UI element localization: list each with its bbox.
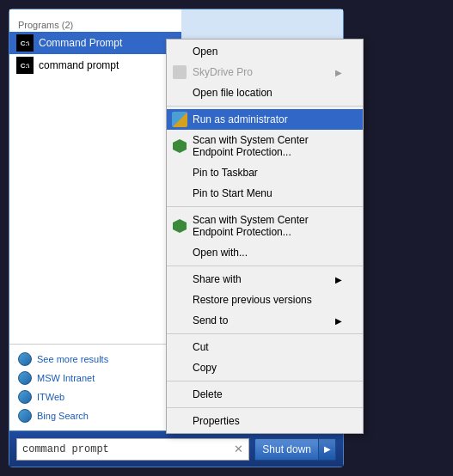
program-item-1[interactable]: C:\ command prompt — [9, 54, 181, 76]
ctx-send-to[interactable]: Send to ▶ — [167, 310, 363, 331]
search-clear-button[interactable]: ✕ — [234, 442, 243, 455]
ctx-open-with[interactable]: Open with... — [167, 242, 363, 263]
link-label-0: See more results — [37, 354, 108, 364]
program-item-0[interactable]: C:\ Command Prompt — [9, 32, 181, 54]
ctx-open-location[interactable]: Open file location — [167, 82, 363, 103]
globe-icon-2 — [18, 390, 32, 404]
link-see-more[interactable]: See more results — [18, 350, 173, 369]
ctx-pin-start-label: Pin to Start Menu — [193, 187, 272, 199]
program-label-0: Command Prompt — [39, 37, 122, 49]
ctx-pin-taskbar[interactable]: Pin to Taskbar — [167, 162, 363, 183]
ctx-send-to-label: Send to — [193, 314, 228, 326]
ctx-copy-label: Copy — [193, 362, 217, 374]
ctx-scan-1-label: Scan with System Center Endpoint Protect… — [193, 134, 342, 158]
ctx-sep-3 — [167, 265, 363, 266]
program-label-1: command prompt — [39, 59, 119, 71]
green-shield-icon-1 — [170, 137, 189, 155]
ctx-scan-2-label: Scan with System Center Endpoint Protect… — [193, 214, 342, 238]
shutdown-label: Shut down — [255, 443, 318, 455]
ctx-delete-label: Delete — [193, 388, 223, 400]
ctx-run-admin[interactable]: Run as administrator — [167, 109, 363, 130]
shutdown-arrow-button[interactable]: ▶ — [318, 438, 335, 461]
ctx-copy[interactable]: Copy — [167, 357, 363, 378]
start-bottom: ✕ Shut down ▶ — [9, 430, 343, 467]
globe-icon-1 — [18, 371, 32, 385]
ctx-properties-label: Properties — [193, 415, 240, 427]
link-msw[interactable]: MSW Intranet — [18, 369, 173, 388]
ctx-cut-label: Cut — [193, 341, 209, 353]
links-section: See more results MSW Intranet ITWeb Bing… — [9, 344, 181, 430]
search-input[interactable] — [22, 443, 234, 455]
share-with-arrow-icon: ▶ — [335, 275, 342, 284]
ctx-scan-2[interactable]: Scan with System Center Endpoint Protect… — [167, 210, 363, 242]
search-box: ✕ — [16, 438, 249, 461]
left-panel: Programs (2) C:\ Command Prompt C:\ comm… — [9, 9, 181, 430]
ctx-open-label: Open — [193, 46, 217, 58]
link-itweb[interactable]: ITWeb — [18, 388, 173, 406]
ctx-share-with-label: Share with — [193, 273, 242, 285]
ctx-pin-taskbar-label: Pin to Taskbar — [193, 167, 258, 179]
link-bing[interactable]: Bing Search — [18, 406, 173, 425]
ctx-sep-1 — [167, 106, 363, 107]
link-label-3: Bing Search — [37, 411, 89, 421]
ctx-pin-start[interactable]: Pin to Start Menu — [167, 183, 363, 204]
link-label-2: ITWeb — [37, 392, 64, 402]
cmd-icon-0: C:\ — [16, 34, 34, 52]
ctx-restore[interactable]: Restore previous versions — [167, 290, 363, 310]
ctx-scan-1[interactable]: Scan with System Center Endpoint Protect… — [167, 130, 363, 162]
ctx-sep-2 — [167, 206, 363, 207]
green-shield-icon-2 — [170, 217, 189, 235]
uac-icon — [170, 111, 189, 128]
ctx-restore-label: Restore previous versions — [193, 294, 312, 306]
ctx-skydrive: SkyDrive Pro ▶ — [167, 62, 363, 82]
ctx-run-admin-label: Run as administrator — [193, 113, 288, 125]
ctx-cut[interactable]: Cut — [167, 337, 363, 357]
send-to-arrow-icon: ▶ — [335, 316, 342, 326]
context-menu: Open SkyDrive Pro ▶ Open file location R… — [166, 39, 364, 434]
shutdown-button[interactable]: Shut down ▶ — [254, 438, 336, 461]
skydrive-icon — [170, 64, 189, 81]
ctx-share-with[interactable]: Share with ▶ — [167, 269, 363, 290]
skydrive-arrow-icon: ▶ — [335, 68, 342, 77]
ctx-skydrive-label: SkyDrive Pro — [193, 66, 253, 78]
ctx-sep-5 — [167, 381, 363, 381]
ctx-sep-6 — [167, 407, 363, 408]
chevron-right-icon: ▶ — [324, 444, 331, 454]
ctx-open[interactable]: Open — [167, 41, 363, 62]
programs-title: Programs (2) — [9, 16, 181, 32]
ctx-open-location-label: Open file location — [193, 87, 272, 99]
ctx-properties[interactable]: Properties — [167, 411, 363, 431]
cmd-icon-1: C:\ — [16, 57, 34, 74]
link-label-1: MSW Intranet — [37, 373, 95, 383]
globe-icon-3 — [18, 409, 32, 423]
globe-icon-0 — [18, 352, 32, 366]
ctx-sep-4 — [167, 333, 363, 334]
ctx-delete[interactable]: Delete — [167, 384, 363, 405]
ctx-open-with-label: Open with... — [193, 247, 248, 259]
